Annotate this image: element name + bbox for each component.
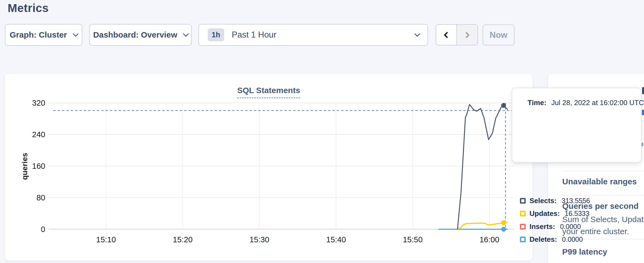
selects-hover-dot [501,103,506,108]
tooltip-time-row: Time:Jul 28, 2022 at 16:02:00 UTC [528,99,644,107]
time-step-buttons [436,24,478,45]
dashboard-dropdown-label: Dashboard: Overview [93,30,177,39]
chart-plot-area[interactable] [49,103,514,229]
time-range-dropdown[interactable]: 1h Past 1 Hour [198,24,428,46]
x-axis-tick-label: 16:00 [473,235,506,244]
tooltip-series-label: Inserts: [529,222,555,231]
selects-series-line [458,105,508,229]
x-axis-tick-label: 15:10 [90,235,122,244]
deletes-hover-dot [501,227,506,232]
graph-dropdown[interactable]: Graph: Cluster [5,24,82,46]
chevron-left-icon [444,32,450,38]
updates-swatch-icon [520,211,526,216]
tooltip-time-value: Jul 28, 2022 at 16:02:00 UTC [551,99,644,107]
x-axis-tick-label: 15:30 [243,235,276,244]
y-axis-tick-label: 240 [20,130,45,139]
occluded-text-fragment [641,143,643,146]
tooltip-time-label: Time: [528,99,546,107]
summary-entry-title: Unavailable ranges [562,177,637,186]
sql-statements-chart-card: SQL Statements queries 08016024032015:10… [5,74,532,261]
occluded-text-fragment [642,87,644,94]
updates-hover-dot [501,220,506,225]
chevron-down-icon [73,31,78,36]
chevron-down-icon [183,31,189,36]
tooltip-series-row: Selects: 313.5556 [520,196,590,205]
graph-dropdown-label: Graph: Cluster [10,30,67,39]
chart-title[interactable]: SQL Statements [237,86,300,98]
tooltip-series-value: 313.5556 [562,197,590,205]
divider [562,195,644,196]
updates-series-line [458,222,508,229]
deletes-swatch-icon [520,237,526,242]
occluded-link-fragment [642,110,644,115]
now-button[interactable]: Now [483,25,514,45]
chevron-right-icon [463,32,470,38]
next-timespan-button-disabled[interactable] [457,25,478,45]
tooltip-series-value: 0.0000 [560,223,581,231]
tooltip-series-row: Deletes: 0.0000 [520,235,583,244]
x-axis-tick-label: 15:50 [396,235,429,244]
y-axis-tick-label: 320 [20,99,45,107]
x-axis-tick-label: 15:40 [320,235,353,244]
inserts-swatch-icon [520,224,526,230]
x-axis-tick-label: 15:20 [166,235,199,244]
tooltip-series-row: Inserts: 0.0000 [520,222,581,231]
selects-swatch-icon [520,198,526,204]
y-axis-tick-label: 80 [20,193,45,202]
chart-hover-tooltip: Time:Jul 28, 2022 at 16:02:00 UTC Select… [512,88,642,163]
metrics-page: { "page": { "title": "Metrics" }, "toolb… [0,0,644,263]
tooltip-series-label: Deletes: [529,235,557,244]
summary-entry-title: P99 latency [562,247,607,256]
divider [562,171,644,171]
page-title: Metrics [8,2,49,15]
tooltip-series-value: 0.0000 [562,236,583,243]
y-axis-tick-label: 0 [20,225,45,234]
chevron-down-icon [414,31,420,36]
dashboard-dropdown[interactable]: Dashboard: Overview [89,24,192,46]
tooltip-series-value: 16.5333 [565,210,589,218]
time-range-badge: 1h [208,28,224,41]
time-range-label: Past 1 Hour [232,30,415,40]
y-axis-tick-label: 160 [20,162,45,170]
previous-timespan-button[interactable] [436,25,457,45]
tooltip-series-label: Updates: [529,209,560,218]
tooltip-series-row: Updates: 16.5333 [520,209,589,218]
tooltip-series-label: Selects: [529,197,557,205]
